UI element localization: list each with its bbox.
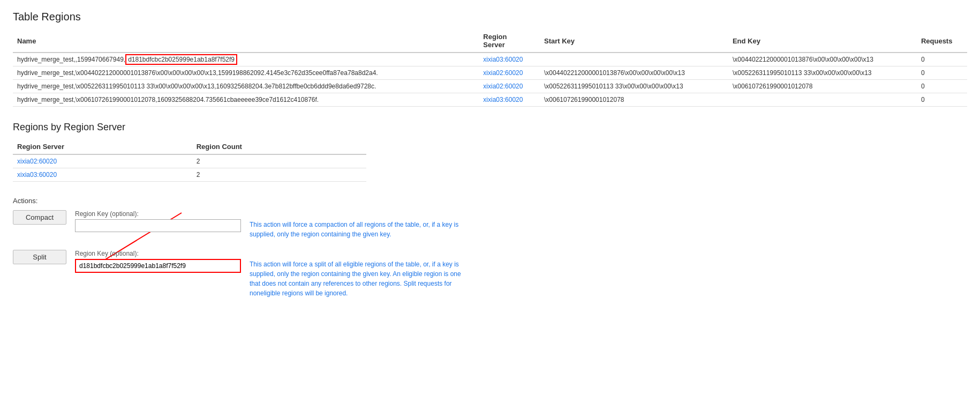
rbs-count-cell: 2	[192, 154, 366, 168]
split-button[interactable]: Split	[13, 250, 66, 264]
rbs-count-cell: 2	[192, 168, 366, 182]
table-row: hydrive_merge_test,\x0061072619900010120…	[13, 93, 967, 107]
name-highlighted: d181bdfcbc2b025999e1ab1a8f7f52f9	[125, 54, 237, 65]
requests-cell: 0	[917, 66, 967, 80]
name-cell: hydrive_merge_test,\x0061072619900010120…	[13, 93, 479, 107]
compact-region-key-group: Region Key (optional):	[75, 210, 241, 232]
table-regions-table: Name RegionServer Start Key End Key Requ…	[13, 29, 967, 107]
rbs-server-cell[interactable]: xixia02:60020	[13, 154, 192, 168]
table-row: hydrive_merge_test,,1599470667949,d181bd…	[13, 53, 967, 66]
name-cell: hydrive_merge_test,\x005226311995010113 …	[13, 80, 479, 93]
split-region-key-input[interactable]	[75, 259, 241, 273]
split-region-key-group: Region Key (optional):	[75, 250, 241, 273]
region-server-cell[interactable]: xixia02:60020	[479, 80, 540, 93]
region-server-cell[interactable]: xixia03:60020	[479, 93, 540, 107]
page-title: Table Regions	[13, 11, 967, 23]
col-start-key: Start Key	[540, 29, 728, 53]
end-key-cell: \x006107261990001012078	[728, 80, 917, 93]
col-name: Name	[13, 29, 479, 53]
end-key-cell	[728, 93, 917, 107]
end-key-cell: \x005226311995010113 33\x00\x00\x00\x00\…	[728, 66, 917, 80]
compact-region-key-label: Region Key (optional):	[75, 210, 241, 218]
actions-rows: Compact Region Key (optional): This acti…	[13, 210, 967, 298]
rbs-col-server: Region Server	[13, 139, 192, 154]
table-row: hydrive_merge_test,\x0044022120000010138…	[13, 66, 967, 80]
table-row: hydrive_merge_test,\x005226311995010113 …	[13, 80, 967, 93]
actions-section: Compact Region Key (optional): This acti…	[13, 210, 967, 298]
name-cell: hydrive_merge_test,,1599470667949,d181bd…	[13, 53, 479, 66]
end-key-cell: \x004402212000001013876\x00\x00\x00\x00\…	[728, 53, 917, 66]
rbs-col-count: Region Count	[192, 139, 366, 154]
requests-cell: 0	[917, 80, 967, 93]
compact-region-key-input[interactable]	[75, 219, 241, 232]
region-server-table: Region Server Region Count xixia02:60020…	[13, 139, 366, 182]
compact-button[interactable]: Compact	[13, 210, 66, 225]
region-server-cell[interactable]: xixia03:60020	[479, 53, 540, 66]
start-key-cell: \x005226311995010113 33\x00\x00\x00\x00\…	[540, 80, 728, 93]
rbs-server-cell[interactable]: xixia03:60020	[13, 168, 192, 182]
col-requests: Requests	[917, 29, 967, 53]
start-key-cell: \x004402212000001013876\x00\x00\x00\x00\…	[540, 66, 728, 80]
split-description: This action will force a split of all el…	[250, 250, 464, 298]
col-region-server: RegionServer	[479, 29, 540, 53]
regions-by-server-title: Regions by Region Server	[13, 122, 967, 133]
region-server-row: xixia02:600202	[13, 154, 366, 168]
region-server-cell[interactable]: xixia02:60020	[479, 66, 540, 80]
name-prefix: hydrive_merge_test,,1599470667949,	[17, 56, 125, 63]
split-action-row: Split Region Key (optional): This action…	[13, 250, 967, 298]
requests-cell: 0	[917, 93, 967, 107]
compact-action-row: Compact Region Key (optional): This acti…	[13, 210, 967, 239]
start-key-cell: \x006107261990001012078	[540, 93, 728, 107]
start-key-cell	[540, 53, 728, 66]
split-region-key-label: Region Key (optional):	[75, 250, 241, 257]
actions-label: Actions:	[13, 197, 967, 205]
compact-description: This action will force a compaction of a…	[250, 210, 464, 239]
requests-cell: 0	[917, 53, 967, 66]
name-cell: hydrive_merge_test,\x0044022120000010138…	[13, 66, 479, 80]
region-server-row: xixia03:600202	[13, 168, 366, 182]
col-end-key: End Key	[728, 29, 917, 53]
